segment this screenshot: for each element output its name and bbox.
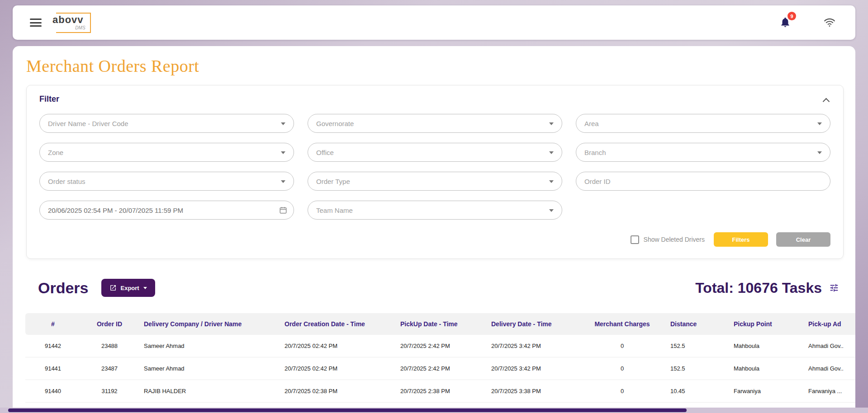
table-cell: Farwaniya [728, 380, 803, 403]
orders-heading: Orders [38, 279, 89, 297]
filter-panel-header: Filter [39, 94, 830, 104]
table-cell: Sameer Ahmad [138, 357, 279, 380]
table-row[interactable]: 9144123487Sameer Ahmad20/7/2025 02:42 PM… [25, 357, 855, 380]
table-cell: Farwaniya ... [803, 380, 855, 403]
table-cell: 23487 [81, 357, 138, 380]
column-header: Pick-up Ad [803, 313, 855, 335]
order-id-input[interactable] [576, 172, 830, 190]
table-cell: 20/7/2025 3:42 PM [486, 357, 579, 380]
export-label: Export [121, 285, 139, 291]
table-cell: Mahboula [728, 357, 803, 380]
show-deleted-drivers-label: Show Deleted Drivers [644, 236, 705, 243]
date-range-field[interactable] [39, 201, 294, 220]
column-header: Order Creation Date - Time [279, 313, 395, 335]
driver-select[interactable] [39, 114, 294, 133]
area-select-input[interactable] [576, 114, 830, 132]
table-cell: 20/7/2025 02:42 PM [279, 357, 395, 380]
filter-heading: Filter [39, 94, 830, 104]
column-header: Delivery Date - Time [486, 313, 579, 335]
logo-frame: abovv DMS [56, 13, 91, 33]
orders-table: #Order IDDelivery Company / Driver NameO… [25, 313, 855, 413]
column-settings-icon[interactable] [829, 283, 839, 293]
orders-table-container: #Order IDDelivery Company / Driver NameO… [25, 313, 855, 413]
column-header: Delivery Company / Driver Name [138, 313, 279, 335]
filter-actions: Show Deleted Drivers Filters Clear [39, 232, 830, 247]
order-type-select[interactable] [308, 172, 562, 191]
table-cell: 91441 [25, 357, 81, 380]
governorate-select[interactable] [308, 114, 562, 133]
show-deleted-drivers-toggle[interactable]: Show Deleted Drivers [631, 235, 705, 244]
column-header: # [25, 313, 81, 335]
office-select[interactable] [308, 143, 562, 162]
office-select-input[interactable] [308, 143, 562, 161]
area-select[interactable] [576, 114, 830, 133]
zone-select[interactable] [39, 143, 294, 162]
calendar-icon[interactable] [279, 206, 287, 214]
table-cell: 91440 [25, 380, 81, 403]
branch-select[interactable] [576, 143, 830, 162]
table-cell: Sameer Ahmad [138, 335, 279, 357]
notifications-button[interactable]: 9 [779, 16, 792, 29]
table-cell: 0 [579, 380, 665, 403]
total-tasks-label: Total: 10676 Tasks [695, 280, 822, 296]
table-cell: 152.5 [665, 357, 728, 380]
date-range-input[interactable] [40, 201, 294, 219]
column-header: Pickup Point [728, 313, 803, 335]
export-icon [109, 284, 117, 291]
team-name-select-input[interactable] [308, 201, 562, 219]
export-button[interactable]: Export [101, 279, 155, 297]
wifi-icon [823, 17, 836, 28]
logo-brand-text: abovv [52, 15, 85, 25]
table-cell: 10.45 [665, 380, 728, 403]
table-cell: 20/7/2025 3:38 PM [486, 380, 579, 403]
page-title: Merchant Orders Report [26, 56, 855, 76]
column-header: Order ID [81, 313, 138, 335]
orders-toolbar: Orders Export Total: 10676 Tasks [38, 279, 839, 297]
column-header: Merchant Charges [579, 313, 665, 335]
table-cell: RAJIB HALDER [138, 380, 279, 403]
table-cell: 20/7/2025 02:42 PM [279, 335, 395, 357]
order-type-select-input[interactable] [308, 172, 562, 190]
branch-select-input[interactable] [576, 143, 830, 161]
main-content: Merchant Orders Report Filter [13, 46, 855, 413]
table-cell: Ahmadi Gov.. [803, 335, 855, 357]
horizontal-scrollbar-thumb[interactable] [8, 408, 687, 412]
chevron-down-icon [143, 287, 147, 289]
zone-select-input[interactable] [40, 143, 294, 161]
table-cell: 23488 [81, 335, 138, 357]
grid-filler [576, 201, 830, 220]
column-header: Distance [665, 313, 728, 335]
table-cell: Ahmadi Gov.. [803, 357, 855, 380]
app-logo[interactable]: abovv DMS [56, 13, 91, 33]
table-cell: Mahboula [728, 335, 803, 357]
table-cell: 31192 [81, 380, 138, 403]
filters-button[interactable]: Filters [714, 232, 768, 247]
table-row[interactable]: 9144031192RAJIB HALDER20/7/2025 02:38 PM… [25, 380, 855, 403]
orders-table-head-row: #Order IDDelivery Company / Driver NameO… [25, 313, 855, 335]
column-header: PickUp Date - Time [395, 313, 486, 335]
table-cell: 0 [579, 357, 665, 380]
notification-badge: 9 [787, 12, 796, 20]
table-cell: 20/7/2025 2:38 PM [395, 380, 486, 403]
top-navbar: abovv DMS 9 [13, 5, 855, 40]
table-cell: 91442 [25, 335, 81, 357]
table-cell: 152.5 [665, 335, 728, 357]
table-cell: 0 [579, 335, 665, 357]
logo-sub-text: DMS [75, 26, 85, 30]
order-status-select[interactable] [39, 172, 294, 191]
governorate-select-input[interactable] [308, 114, 562, 132]
team-name-select[interactable] [308, 201, 562, 220]
table-cell: 20/7/2025 02:38 PM [279, 380, 395, 403]
clear-button[interactable]: Clear [776, 232, 830, 247]
filter-panel: Filter [26, 85, 844, 259]
driver-select-input[interactable] [40, 114, 294, 132]
horizontal-scrollbar[interactable] [0, 408, 868, 413]
order-status-select-input[interactable] [40, 172, 294, 190]
table-cell: 20/7/2025 3:42 PM [486, 335, 579, 357]
filter-grid [39, 114, 830, 220]
checkbox-icon[interactable] [631, 235, 639, 244]
order-id-field[interactable] [576, 172, 830, 191]
menu-icon[interactable] [30, 19, 42, 27]
orders-table-body: 9144223488Sameer Ahmad20/7/2025 02:42 PM… [25, 335, 855, 413]
table-row[interactable]: 9144223488Sameer Ahmad20/7/2025 02:42 PM… [25, 335, 855, 357]
